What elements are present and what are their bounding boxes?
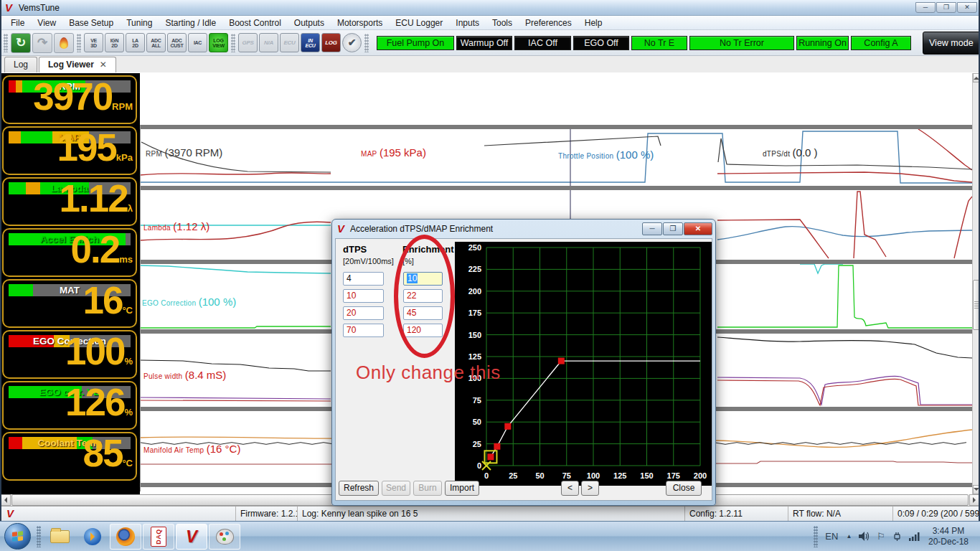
network-signal-icon[interactable] <box>909 532 920 541</box>
toolbar-button-adc-all[interactable]: ADCALL <box>146 33 166 52</box>
gauge-value: 100% <box>65 331 133 379</box>
vemstune-icon: V <box>186 527 197 547</box>
menu-item-ecu-logger[interactable]: ECU Logger <box>389 17 449 29</box>
action-center-flag-icon[interactable]: ⚐ <box>877 531 885 542</box>
close-button[interactable]: ✕ <box>957 2 977 13</box>
svg-text:50: 50 <box>535 471 544 480</box>
taskbar-item-idaq[interactable]: DAQ <box>143 524 174 550</box>
svg-text:25: 25 <box>509 471 517 480</box>
menu-item-tuning[interactable]: Tuning <box>120 17 159 29</box>
menu-item-outputs[interactable]: Outputs <box>288 17 331 29</box>
vemstune-logo-icon: V <box>3 3 14 13</box>
dialog-maximize-button[interactable]: ❐ <box>663 222 683 235</box>
burn-button[interactable]: Burn <box>413 481 442 496</box>
menu-item-tools[interactable]: Tools <box>486 17 519 29</box>
svg-text:150: 150 <box>468 331 481 339</box>
trace-label-pulse-width: Pulse width (8.4 mS) <box>143 369 226 381</box>
dtps-input-1[interactable]: 10 <box>343 289 384 303</box>
taskbar-grip <box>814 526 818 547</box>
tab-log[interactable]: Log <box>4 57 37 72</box>
menu-item-preferences[interactable]: Preferences <box>519 17 578 29</box>
svg-text:175: 175 <box>667 471 680 480</box>
toolbar-grip <box>4 34 8 52</box>
toolbar-button-ign-2d[interactable]: IGN2D <box>105 33 124 52</box>
indicator-gps[interactable]: GPS <box>238 33 258 52</box>
scroll-left-icon[interactable] <box>0 494 11 506</box>
svg-text:125: 125 <box>468 352 481 361</box>
status-lamp-no-tr-e: No Tr E <box>631 36 687 50</box>
tab-log-viewer[interactable]: Log Viewer✕ <box>39 57 116 72</box>
minimize-button[interactable]: ─ <box>915 2 936 13</box>
menu-item-file[interactable]: File <box>4 17 31 29</box>
menu-item-inputs[interactable]: Inputs <box>449 17 486 29</box>
gauge-ego-corr-ve: EGO corr. VE126% <box>2 381 137 430</box>
next-button[interactable]: > <box>581 481 599 496</box>
indicator-ecu[interactable]: ECU <box>280 33 299 52</box>
indicator-n-a[interactable]: N/A <box>259 33 278 52</box>
taskbar-clock[interactable]: 3:44 PM 20-Dec-18 <box>928 526 969 547</box>
prev-button[interactable]: < <box>561 481 579 496</box>
taskbar-item-firefox[interactable] <box>110 524 141 550</box>
import-button[interactable]: Import <box>445 481 479 496</box>
tab-close-icon[interactable]: ✕ <box>100 60 107 70</box>
svg-text:50: 50 <box>473 418 481 426</box>
sync-disabled-icon[interactable]: ↷ <box>32 33 52 53</box>
dialog-title-bar[interactable]: V Acceleration dTPS/dMAP Enrichment ─ ❐ … <box>335 220 712 238</box>
gauge-rpm: RPM3970RPM <box>2 75 137 124</box>
gauge-value: 85°C <box>83 433 133 481</box>
dialog-minimize-button[interactable]: ─ <box>642 222 662 235</box>
media-player-icon <box>84 528 101 545</box>
indicator--[interactable]: ✔ <box>342 33 362 52</box>
show-hidden-icons[interactable]: ▲ <box>846 533 852 540</box>
svg-text:0: 0 <box>477 461 481 470</box>
power-plug-icon[interactable] <box>892 532 902 541</box>
status-lamp-running-on: Running On <box>796 36 849 50</box>
toolbar-button-log-view[interactable]: LOGVIEW <box>209 33 228 52</box>
rtflow-status: RT flow: N/A <box>788 507 892 521</box>
menu-item-help[interactable]: Help <box>578 17 609 29</box>
title-bar: V VemsTune ─ ❐ ✕ <box>0 0 980 16</box>
taskbar-item-explorer[interactable] <box>44 524 75 550</box>
language-indicator[interactable]: EN <box>825 531 838 542</box>
sync-connect-icon[interactable]: ↻ <box>11 33 31 53</box>
trace-label-lambda: Lambda (1.12 λ) <box>143 220 209 232</box>
dialog-close-icon[interactable]: ✕ <box>684 222 712 235</box>
indicator-in-ecu[interactable]: INECU <box>301 33 320 52</box>
refresh-button[interactable]: Refresh <box>339 481 379 496</box>
taskbar-grip <box>37 526 41 547</box>
menu-item-starting-idle[interactable]: Starting / Idle <box>159 17 222 29</box>
taskbar-item-media-player[interactable] <box>77 524 108 550</box>
toolbar-button-iac[interactable]: IAC <box>188 33 207 52</box>
svg-text:75: 75 <box>562 471 571 480</box>
idaq-icon: DAQ <box>151 527 166 547</box>
dtps-input-0[interactable]: 4 <box>343 272 384 286</box>
volume-icon[interactable] <box>859 532 870 541</box>
toolbar-button-la-2d[interactable]: LA2D <box>126 33 145 52</box>
dialog-close-button[interactable]: Close <box>666 481 702 496</box>
dtps-input-2[interactable]: 20 <box>343 306 384 320</box>
annotation-text: Only change this <box>356 362 501 384</box>
toolbar-grip <box>77 34 81 52</box>
toolbar-button-adc-cust[interactable]: ADCCUST <box>167 33 187 52</box>
menu-item-motorsports[interactable]: Motorsports <box>331 17 389 29</box>
toolbar-button-ve-3d[interactable]: VE3D <box>84 33 103 52</box>
taskbar-item-vemstune[interactable]: V <box>176 524 207 550</box>
dtps-input-3[interactable]: 70 <box>343 324 384 337</box>
menu-item-base-setup[interactable]: Base Setup <box>62 17 120 29</box>
burn-flame-icon[interactable] <box>54 33 74 53</box>
system-tray: EN ▲ ⚐ 3:44 PM 20-Dec-18 <box>811 526 976 547</box>
view-mode-button[interactable]: View mode <box>923 32 980 55</box>
gauge-unit: °C <box>122 305 133 316</box>
gauge-unit: ms <box>119 254 133 265</box>
taskbar-item-paint[interactable] <box>209 524 240 550</box>
dialog-title: Acceleration dTPS/dMAP Enrichment <box>350 224 493 234</box>
indicator-log[interactable]: LOG <box>321 33 341 52</box>
dtps-column-header: dTPS <box>343 244 367 255</box>
send-button[interactable]: Send <box>382 481 410 496</box>
main-area: RPM3970RPMMAP195kPaLambda1.12λAccel Enri… <box>0 73 980 506</box>
menu-item-boost-control[interactable]: Boost Control <box>222 17 288 29</box>
maximize-button[interactable]: ❐ <box>936 2 956 13</box>
start-button[interactable] <box>4 523 31 550</box>
menu-item-view[interactable]: View <box>31 17 62 29</box>
gauge-value: 3970RPM <box>33 76 133 124</box>
